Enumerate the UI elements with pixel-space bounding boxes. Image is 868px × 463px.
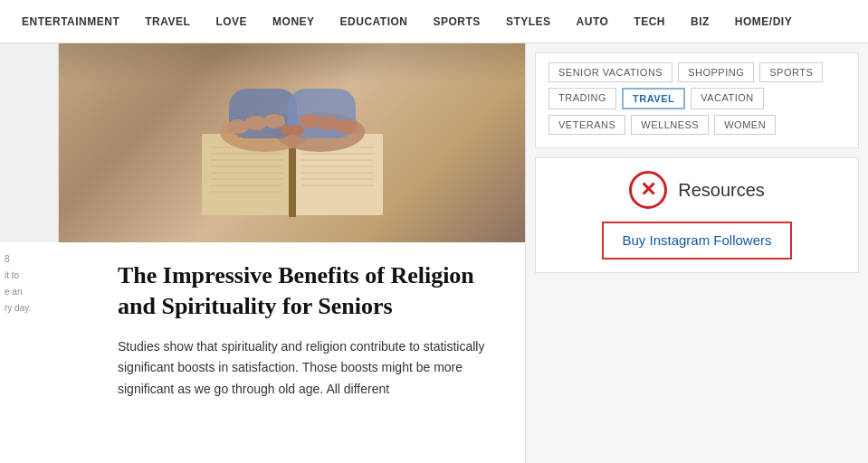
resources-widget: Resources Buy Instagram Followers — [535, 157, 859, 273]
nav-entertainment[interactable]: ENTERTAINMENT — [9, 15, 132, 28]
svg-point-30 — [290, 125, 304, 136]
tag-women[interactable]: WOMEN — [714, 115, 776, 135]
bible-hands-image — [59, 43, 525, 242]
nav-tech[interactable]: TECH — [621, 15, 678, 28]
article-image-area — [0, 43, 525, 242]
sidebar: SENIOR VACATIONS SHOPPING SPORTS TRADING… — [525, 43, 868, 463]
tags-section: SENIOR VACATIONS SHOPPING SPORTS TRADING… — [535, 52, 859, 148]
tag-trading[interactable]: TRADING — [548, 88, 616, 109]
article-column: The Impressive Benefits of Religion and … — [0, 43, 525, 463]
tag-veterans[interactable]: VETERANS — [548, 115, 625, 135]
nav-education[interactable]: EDUCATION — [328, 15, 421, 28]
tag-wellness[interactable]: WELLNESS — [631, 115, 709, 135]
side-strip — [0, 43, 59, 242]
resources-title: Resources — [678, 180, 765, 201]
tag-travel[interactable]: TRAVEL — [622, 88, 685, 109]
nav-travel[interactable]: TRAVEL — [132, 15, 203, 28]
main-layout: The Impressive Benefits of Religion and … — [0, 43, 868, 463]
nav-styles[interactable]: STYLES — [493, 15, 564, 28]
nav-auto[interactable]: AUTO — [564, 15, 622, 28]
buy-instagram-followers-link[interactable]: Buy Instagram Followers — [622, 232, 771, 248]
bible-svg — [166, 61, 419, 224]
article-excerpt: Studies show that spirituality and relig… — [118, 336, 498, 401]
article-title: The Impressive Benefits of Religion and … — [118, 260, 498, 322]
tag-sports[interactable]: SPORTS — [759, 62, 823, 82]
error-icon — [629, 171, 667, 209]
svg-point-25 — [263, 114, 285, 128]
tag-senior-vacations[interactable]: SENIOR VACATIONS — [548, 62, 672, 82]
side-panel-text: 8 it to e an ry day. — [0, 242, 59, 326]
nav-love[interactable]: LOVE — [203, 15, 260, 28]
tag-shopping[interactable]: SHOPPING — [678, 62, 754, 82]
nav-homediy[interactable]: HOME/DIY — [722, 15, 805, 28]
resources-header: Resources — [548, 171, 845, 209]
tags-grid: SENIOR VACATIONS SHOPPING SPORTS TRADING… — [548, 62, 845, 135]
nav-money[interactable]: MONEY — [260, 15, 328, 28]
nav-sports[interactable]: SPORTS — [421, 15, 493, 28]
article-image — [59, 43, 525, 242]
navigation-bar: ENTERTAINMENT TRAVEL LOVE MONEY EDUCATIO… — [0, 0, 868, 43]
tag-vacation[interactable]: VACATION — [691, 88, 764, 109]
svg-point-28 — [336, 119, 358, 134]
article-text-area: The Impressive Benefits of Religion and … — [0, 242, 525, 401]
nav-biz[interactable]: BIZ — [678, 15, 722, 28]
resources-link-box: Buy Instagram Followers — [602, 222, 791, 260]
